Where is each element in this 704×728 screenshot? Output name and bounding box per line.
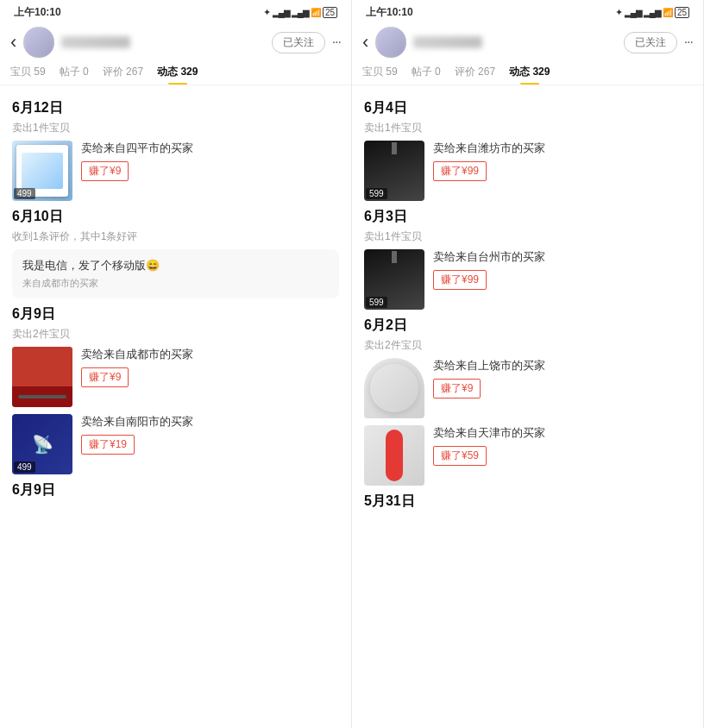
tab-item-3[interactable]: 动态 329 bbox=[509, 65, 550, 85]
tab-item-3[interactable]: 动态 329 bbox=[157, 65, 198, 85]
sale-desc: 卖给来自四平市的买家 bbox=[81, 141, 339, 156]
tab-active-indicator bbox=[520, 83, 539, 85]
date-header: 5月31日 bbox=[364, 493, 691, 511]
sale-item[interactable]: 卖给来自上饶市的买家赚了¥9 bbox=[364, 358, 691, 418]
product-image: 📡499 bbox=[12, 414, 72, 474]
user-name-area bbox=[413, 36, 623, 48]
section-subtitle: 卖出2件宝贝 bbox=[12, 327, 339, 342]
tab-label-1: 帖子 0 bbox=[60, 65, 89, 79]
review-text: 我是电信，发了个移动版😄 bbox=[22, 258, 329, 273]
product-image bbox=[364, 358, 424, 418]
content-area: 6月12日卖出1件宝贝 499卖给来自四平市的买家赚了¥96月10日收到1条评价… bbox=[0, 85, 351, 728]
review-card: 我是电信，发了个移动版😄来自成都市的买家 bbox=[12, 249, 339, 298]
status-icons: ✦ ▂▄▆ ▂▄▆ 📶 25 bbox=[263, 7, 337, 18]
tab-item-1[interactable]: 帖子 0 bbox=[60, 65, 89, 85]
follow-button[interactable]: 已关注 bbox=[272, 32, 325, 53]
review-from: 来自成都市的买家 bbox=[22, 277, 329, 290]
sale-item[interactable]: 499卖给来自四平市的买家赚了¥9 bbox=[12, 141, 339, 201]
sale-item[interactable]: 卖给来自天津市的买家赚了¥59 bbox=[364, 425, 691, 486]
sale-desc: 卖给来自上饶市的买家 bbox=[433, 358, 691, 373]
signal-icon: ▂▄▆ bbox=[273, 8, 290, 17]
panel-left: 上午10:10 ✦ ▂▄▆ ▂▄▆ 📶 25 ‹已关注···宝贝 59帖子 0评… bbox=[0, 0, 352, 728]
tab-item-2[interactable]: 评价 267 bbox=[455, 65, 495, 85]
status-time: 上午10:10 bbox=[366, 5, 413, 20]
avatar bbox=[23, 27, 54, 58]
sale-item-info: 卖给来自台州市的买家赚了¥99 bbox=[433, 249, 691, 290]
profit-badge: 赚了¥9 bbox=[81, 367, 129, 387]
date-header: 6月9日 bbox=[12, 305, 339, 323]
section-subtitle: 卖出1件宝贝 bbox=[364, 121, 691, 135]
sale-item-info: 卖给来自潍坊市的买家赚了¥99 bbox=[433, 141, 691, 181]
signal-icon2: ▂▄▆ bbox=[644, 8, 661, 17]
sale-item-info: 卖给来自成都市的买家赚了¥9 bbox=[81, 347, 339, 387]
profit-badge: 赚了¥19 bbox=[81, 435, 135, 455]
tab-item-1[interactable]: 帖子 0 bbox=[412, 65, 441, 85]
date-header: 6月12日 bbox=[12, 99, 339, 117]
content-area: 6月4日卖出1件宝贝 599卖给来自潍坊市的买家赚了¥996月3日卖出1件宝贝 bbox=[352, 85, 703, 728]
sale-item-info: 卖给来自南阳市的买家赚了¥19 bbox=[81, 414, 339, 455]
nav-bar: ‹已关注··· bbox=[352, 23, 703, 65]
date-header: 6月3日 bbox=[364, 208, 691, 226]
product-image: 599 bbox=[364, 141, 424, 201]
tab-active-indicator bbox=[168, 83, 187, 85]
status-icons: ✦ ▂▄▆ ▂▄▆ 📶 25 bbox=[615, 7, 689, 18]
sale-item[interactable]: 599卖给来自潍坊市的买家赚了¥99 bbox=[364, 141, 691, 201]
price-tag: 499 bbox=[14, 188, 35, 199]
tab-label-2: 评价 267 bbox=[103, 65, 143, 79]
bluetooth-icon: ✦ bbox=[263, 7, 271, 18]
battery-icon: 25 bbox=[323, 7, 337, 18]
section-subtitle: 卖出1件宝贝 bbox=[12, 121, 339, 135]
back-button[interactable]: ‹ bbox=[362, 33, 368, 52]
signal-icon: ▂▄▆ bbox=[625, 8, 642, 17]
sale-item-info: 卖给来自上饶市的买家赚了¥9 bbox=[433, 358, 691, 399]
product-img-laptop bbox=[12, 347, 72, 407]
price-tag: 599 bbox=[366, 297, 387, 308]
status-bar: 上午10:10 ✦ ▂▄▆ ▂▄▆ 📶 25 bbox=[352, 0, 703, 23]
wifi-icon: 📶 bbox=[663, 8, 673, 17]
price-tag: 499 bbox=[14, 461, 35, 473]
sale-item[interactable]: 599卖给来自台州市的买家赚了¥99 bbox=[364, 249, 691, 310]
tab-label-0: 宝贝 59 bbox=[362, 65, 398, 79]
date-header: 6月4日 bbox=[364, 99, 691, 117]
sale-desc: 卖给来自天津市的买家 bbox=[433, 425, 691, 441]
sale-desc: 卖给来自成都市的买家 bbox=[81, 347, 339, 362]
product-img-round-device bbox=[364, 358, 424, 418]
tab-item-0[interactable]: 宝贝 59 bbox=[362, 65, 398, 85]
panel-right: 上午10:10 ✦ ▂▄▆ ▂▄▆ 📶 25 ‹已关注···宝贝 59帖子 0评… bbox=[352, 0, 704, 728]
back-button[interactable]: ‹ bbox=[10, 33, 16, 52]
profit-badge: 赚了¥99 bbox=[433, 161, 487, 181]
sale-item[interactable]: 📡499卖给来自南阳市的买家赚了¥19 bbox=[12, 414, 339, 474]
nav-bar: ‹已关注··· bbox=[0, 23, 351, 65]
profit-badge: 赚了¥99 bbox=[433, 270, 487, 290]
user-name-area bbox=[61, 36, 271, 48]
tab-bar: 宝贝 59帖子 0评价 267动态 329 bbox=[0, 65, 351, 85]
product-image: 599 bbox=[364, 249, 424, 310]
profit-badge: 赚了¥9 bbox=[433, 379, 481, 399]
bluetooth-icon: ✦ bbox=[615, 7, 623, 18]
product-image: 499 bbox=[12, 141, 72, 201]
status-time: 上午10:10 bbox=[14, 5, 61, 20]
tab-label-0: 宝贝 59 bbox=[10, 65, 46, 79]
section-subtitle: 收到1条评价，其中1条好评 bbox=[12, 229, 339, 244]
more-button[interactable]: ··· bbox=[332, 35, 341, 50]
follow-button[interactable]: 已关注 bbox=[624, 32, 677, 53]
more-button[interactable]: ··· bbox=[684, 35, 693, 50]
profit-badge: 赚了¥59 bbox=[433, 446, 487, 466]
date-header: 6月9日 bbox=[12, 481, 339, 499]
tab-item-2[interactable]: 评价 267 bbox=[103, 65, 143, 85]
sale-desc: 卖给来自潍坊市的买家 bbox=[433, 141, 691, 156]
sale-item[interactable]: 卖给来自成都市的买家赚了¥9 bbox=[12, 347, 339, 407]
sale-item-info: 卖给来自四平市的买家赚了¥9 bbox=[81, 141, 339, 181]
section-subtitle: 卖出2件宝贝 bbox=[364, 338, 691, 353]
price-tag: 599 bbox=[366, 188, 387, 199]
avatar bbox=[375, 27, 406, 58]
tab-label-3: 动态 329 bbox=[157, 65, 198, 79]
tab-bar: 宝贝 59帖子 0评价 267动态 329 bbox=[352, 65, 703, 85]
battery-icon: 25 bbox=[675, 7, 689, 18]
user-name bbox=[413, 36, 482, 48]
tab-item-0[interactable]: 宝贝 59 bbox=[10, 65, 46, 85]
user-name bbox=[61, 36, 130, 48]
wifi-icon: 📶 bbox=[311, 8, 321, 17]
tab-label-2: 评价 267 bbox=[455, 65, 495, 79]
date-header: 6月2日 bbox=[364, 317, 691, 335]
